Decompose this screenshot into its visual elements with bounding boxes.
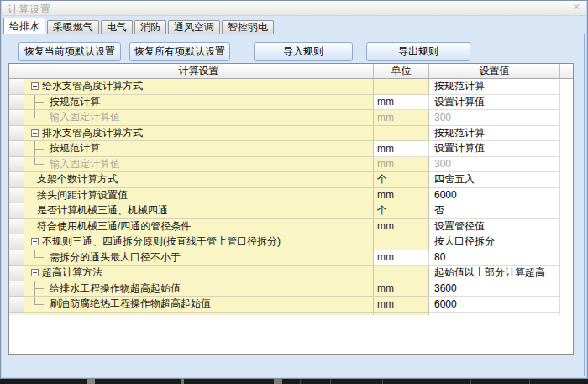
partial-row-header: [9, 313, 24, 315]
value-cell[interactable]: 按规范计算: [429, 126, 560, 142]
tab-智控弱电[interactable]: 智控弱电: [222, 20, 274, 34]
value-cell[interactable]: 设置计算值: [429, 141, 560, 157]
taskbar-divider: [382, 379, 383, 384]
restore-all-defaults-button[interactable]: 恢复所有项默认设置: [129, 42, 230, 61]
taskbar-divider: [470, 379, 471, 384]
setting-name: 排水支管高度计算方式: [42, 126, 143, 140]
collapse-minus-icon[interactable]: [31, 269, 39, 276]
value-cell[interactable]: 300: [429, 157, 560, 173]
setting-name-cell[interactable]: 输入固定计算值: [24, 157, 374, 173]
table-row: 需拆分的通头最大口径不小于mm80: [9, 250, 573, 266]
table-row: 排水支管高度计算方式按规范计算: [9, 126, 573, 142]
unit-cell: [374, 79, 429, 95]
unit-cell: mm: [374, 250, 429, 266]
table-row: 给水支管高度计算方式按规范计算: [9, 79, 573, 95]
row-header-cell: [9, 266, 24, 281]
setting-name: 支架个数计算方式: [37, 172, 118, 187]
setting-name: 不规则三通、四通拆分原则(按直线干管上管口径拆分): [42, 234, 281, 249]
value-cell[interactable]: 6000: [429, 297, 560, 313]
row-header-cell: [9, 297, 24, 313]
titlebar[interactable]: 计算设置 ✕: [0, 0, 588, 16]
setting-name-cell[interactable]: 输入固定计算值: [24, 110, 374, 126]
setting-name-cell[interactable]: 按规范计算: [24, 95, 374, 111]
tree-branch-icon: [31, 157, 50, 172]
value-cell[interactable]: 四舍五入: [429, 172, 560, 188]
setting-name: 是否计算机械三通、机械四通: [37, 203, 168, 218]
taskbar[interactable]: [0, 379, 588, 384]
setting-name: 超高计算方法: [42, 266, 102, 280]
tab-通风空调[interactable]: 通风空调: [168, 20, 220, 34]
setting-name-cell[interactable]: 不规则三通、四通拆分原则(按直线干管上管口径拆分): [24, 234, 374, 250]
unit-cell: mm: [374, 141, 429, 157]
value-cell[interactable]: 设置计算值: [429, 95, 560, 111]
row-header-cell: [9, 172, 24, 188]
value-cell[interactable]: 否: [429, 203, 560, 219]
collapse-minus-icon[interactable]: [31, 82, 39, 90]
value-cell[interactable]: 6000: [429, 188, 560, 204]
setting-name: 给排水工程操作物超高起始值: [50, 281, 181, 296]
table-row: 输入固定计算值mm300: [9, 157, 573, 173]
row-header-cell: [9, 188, 24, 204]
value-cell[interactable]: 3600: [429, 281, 560, 297]
table-row: 接头间距计算设置值mm6000: [9, 188, 573, 204]
tree-branch-icon: [31, 141, 50, 156]
setting-name: 接头间距计算设置值: [37, 188, 128, 203]
import-rules-button[interactable]: 导入规则: [254, 42, 353, 61]
unit-cell: mm: [374, 188, 429, 204]
column-header-name: 计算设置: [24, 64, 374, 79]
taskbar-divider: [300, 379, 301, 384]
value-cell[interactable]: 按规范计算: [429, 79, 560, 95]
setting-name: 输入固定计算值: [50, 110, 120, 124]
tab-采暖燃气[interactable]: 采暖燃气: [47, 20, 99, 34]
row-header-cell: [9, 250, 24, 266]
row-header-cell: [9, 141, 24, 157]
tab-给排水[interactable]: 给排水: [3, 18, 45, 34]
unit-cell: mm: [374, 110, 429, 126]
row-header-cell: [9, 234, 24, 250]
setting-name: 输入固定计算值: [50, 157, 120, 171]
grid-body: 给水支管高度计算方式按规范计算按规范计算mm设置计算值输入固定计算值mm300排…: [9, 79, 573, 313]
unit-cell: [374, 266, 429, 281]
unit-cell: mm: [374, 157, 429, 173]
collapse-minus-icon[interactable]: [31, 238, 39, 245]
setting-name-cell[interactable]: 接头间距计算设置值: [24, 188, 374, 204]
partial-name-cell: [24, 313, 374, 315]
setting-name-cell[interactable]: 排水支管高度计算方式: [24, 126, 374, 142]
unit-cell: mm: [374, 219, 429, 235]
table-row: 符合使用机械三通/四通的管径条件mm设置管径值: [9, 219, 573, 235]
restore-current-defaults-button[interactable]: 恢复当前项默认设置: [18, 42, 121, 61]
table-row: 输入固定计算值mm300: [9, 110, 573, 126]
close-icon[interactable]: ✕: [573, 2, 580, 13]
unit-cell: 个: [374, 172, 429, 188]
tree-branch-icon: [31, 250, 50, 266]
taskbar-divider: [529, 379, 530, 384]
table-row: 给排水工程操作物超高起始值mm3600: [9, 281, 573, 297]
row-header-cell: [9, 157, 24, 173]
column-header-unit: 单位: [374, 64, 429, 79]
setting-name-cell[interactable]: 刷油防腐绝热工程操作物超高起始值: [24, 297, 374, 313]
value-cell[interactable]: 设置管径值: [429, 219, 560, 235]
setting-name-cell[interactable]: 符合使用机械三通/四通的管径条件: [24, 219, 374, 235]
setting-name-cell[interactable]: 是否计算机械三通、机械四通: [24, 203, 374, 219]
table-row: 超高计算方法起始值以上部分计算超高: [9, 266, 573, 281]
value-cell[interactable]: 按大口径拆分: [429, 234, 560, 250]
setting-name-cell[interactable]: 需拆分的通头最大口径不小于: [24, 250, 374, 266]
value-cell[interactable]: 起始值以上部分计算超高: [429, 266, 560, 281]
tab-电气[interactable]: 电气: [101, 20, 133, 34]
setting-name-cell[interactable]: 支架个数计算方式: [24, 172, 374, 188]
setting-name-cell[interactable]: 给排水工程操作物超高起始值: [24, 281, 374, 297]
value-cell[interactable]: 300: [429, 110, 560, 126]
taskbar-item: [181, 379, 184, 384]
calculation-settings-window: 计算设置 ✕ 给排水采暖燃气电气消防通风空调智控弱电 恢复当前项默认设置恢复所有…: [0, 0, 588, 384]
setting-name-cell[interactable]: 给水支管高度计算方式: [24, 79, 374, 95]
setting-name-cell[interactable]: 按规范计算: [24, 141, 374, 157]
collapse-minus-icon[interactable]: [31, 129, 39, 137]
export-rules-button[interactable]: 导出规则: [366, 42, 470, 61]
value-cell[interactable]: 80: [429, 250, 560, 266]
tab-消防[interactable]: 消防: [134, 20, 166, 34]
unit-cell: 个: [374, 203, 429, 219]
setting-name-cell[interactable]: 超高计算方法: [24, 266, 374, 281]
setting-name: 按规范计算: [50, 141, 100, 155]
unit-cell: [374, 126, 429, 142]
taskbar-item: [87, 379, 95, 384]
